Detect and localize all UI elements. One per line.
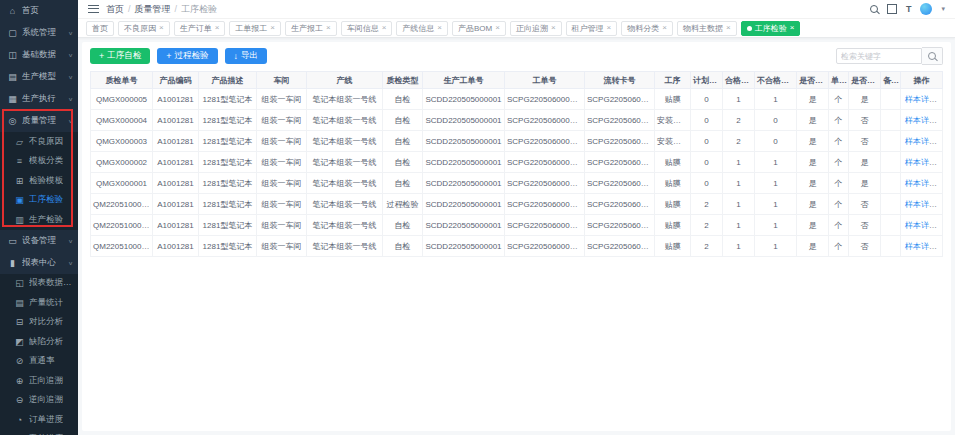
- close-icon[interactable]: ×: [790, 24, 795, 32]
- sidebar-item-template-category[interactable]: ≡模板分类: [0, 152, 78, 172]
- close-icon[interactable]: ×: [270, 24, 275, 32]
- tab-租户管理[interactable]: 租户管理×: [566, 21, 618, 36]
- tab-物料分类[interactable]: 物料分类×: [621, 21, 673, 36]
- cell-pass_qty: 1: [723, 152, 755, 173]
- cell-fail_qty: 1: [755, 152, 797, 173]
- sidebar-item-report-dashboard[interactable]: ◱报表数据大屏: [0, 274, 78, 294]
- sidebar-item-compare-analysis[interactable]: ⊟对比分析: [0, 313, 78, 333]
- tab-工单报工[interactable]: 工单报工×: [229, 21, 281, 36]
- close-icon[interactable]: ×: [607, 24, 612, 32]
- sidebar-item-production-inspect[interactable]: ▥生产检验: [0, 210, 78, 230]
- action-edit[interactable]: 编辑: [941, 200, 943, 209]
- action-edit[interactable]: 编辑: [941, 242, 943, 251]
- sidebar-item-backward-trace[interactable]: ⊖逆向追溯: [0, 391, 78, 411]
- tab-label: 首页: [92, 23, 108, 34]
- sidebar-item-base-data[interactable]: ◫基础数据∨: [0, 44, 78, 66]
- cell-flow_card_no: SCPG2205060000...: [585, 89, 655, 110]
- font-size-icon[interactable]: T: [906, 5, 912, 14]
- cell-flow_card_no: SCPG2205060000...: [585, 215, 655, 236]
- close-icon[interactable]: ×: [159, 24, 164, 32]
- cell-unit: 个: [829, 194, 849, 215]
- close-icon[interactable]: ×: [215, 24, 220, 32]
- column-header-pass_qty: 合格数量: [723, 72, 755, 89]
- fullscreen-icon[interactable]: [887, 4, 897, 14]
- sidebar-item-inspect-template[interactable]: ⊞检验模板: [0, 171, 78, 191]
- sidebar-item-label: 质量管理: [22, 115, 56, 127]
- tab-不良原因[interactable]: 不良原因×: [118, 21, 170, 36]
- sidebar-item-label: 模板分类: [29, 155, 63, 167]
- sidebar-item-forward-trace[interactable]: ⊕正向追溯: [0, 371, 78, 391]
- avatar[interactable]: [920, 3, 932, 15]
- action-sample-detail[interactable]: 样本详情: [905, 137, 937, 146]
- search-button[interactable]: [922, 47, 943, 65]
- tab-产品BOM[interactable]: 产品BOM×: [452, 21, 506, 36]
- action-edit[interactable]: 编辑: [941, 137, 943, 146]
- cell-type: 自检: [383, 173, 423, 194]
- close-icon[interactable]: ×: [726, 24, 731, 32]
- close-icon[interactable]: ×: [551, 24, 556, 32]
- sidebar-item-quality-mgmt[interactable]: ◎质量管理∨: [0, 110, 78, 132]
- tab-车间信息[interactable]: 车间信息×: [341, 21, 393, 36]
- action-sample-detail[interactable]: 样本详情: [905, 200, 937, 209]
- process-self-inspect-button[interactable]: + 工序自检: [90, 48, 150, 64]
- tab-生产报工[interactable]: 生产报工×: [285, 21, 337, 36]
- sidebar-item-fpy[interactable]: ⊘直通率: [0, 352, 78, 372]
- action-sample-detail[interactable]: 样本详情: [905, 221, 937, 230]
- sidebar-item-equipment-mgmt[interactable]: ▭设备管理∨: [0, 230, 78, 252]
- chevron-down-icon[interactable]: ▾: [941, 5, 945, 13]
- sidebar-item-output-stats[interactable]: ▤产量统计: [0, 293, 78, 313]
- sidebar-item-workorder-progress[interactable]: ◕工单进度: [0, 430, 78, 435]
- sidebar-item-defect-analysis[interactable]: ◩缺陷分析: [0, 332, 78, 352]
- compare-analysis-icon: ⊟: [14, 317, 25, 327]
- sidebar-item-order-progress[interactable]: ◔订单进度: [0, 410, 78, 430]
- cell-line: 笔记本组装一号线: [307, 194, 383, 215]
- tab-正向追溯[interactable]: 正向追溯×: [510, 21, 562, 36]
- cell-prod_order_no: SCDD220505000001: [423, 89, 505, 110]
- cell-prod_order_no: SCDD220505000001: [423, 236, 505, 257]
- action-sample-detail[interactable]: 样本详情: [905, 242, 937, 251]
- close-icon[interactable]: ×: [662, 24, 667, 32]
- table-header-row: 质检单号产品编码产品描述车间产线质检类型生产工单号工单号流转卡号工序计划数量合格…: [91, 72, 943, 89]
- sidebar-item-home[interactable]: ⌂首页: [0, 0, 78, 22]
- column-header-prod_order_no: 生产工单号: [423, 72, 505, 89]
- cell-actions: 样本详情编辑删除: [901, 131, 943, 152]
- breadcrumb: 首页/质量管理/工序检验: [106, 3, 217, 16]
- breadcrumb-item[interactable]: 质量管理: [135, 3, 171, 16]
- close-icon[interactable]: ×: [326, 24, 331, 32]
- action-edit[interactable]: 编辑: [941, 116, 943, 125]
- tab-产线信息[interactable]: 产线信息×: [396, 21, 448, 36]
- sidebar-item-report-center[interactable]: ▮报表中心∨: [0, 252, 78, 274]
- close-icon[interactable]: ×: [382, 24, 387, 32]
- tab-物料主数据[interactable]: 物料主数据×: [677, 21, 737, 36]
- action-edit[interactable]: 编辑: [941, 179, 943, 188]
- action-sample-detail[interactable]: 样本详情: [905, 116, 937, 125]
- search-input[interactable]: [836, 48, 922, 64]
- tab-首页[interactable]: 首页: [86, 21, 114, 36]
- action-sample-detail[interactable]: 样本详情: [905, 95, 937, 104]
- action-sample-detail[interactable]: 样本详情: [905, 158, 937, 167]
- sidebar-item-prod-model[interactable]: ▤生产模型∨: [0, 66, 78, 88]
- action-edit[interactable]: 编辑: [941, 95, 943, 104]
- action-edit[interactable]: 编辑: [941, 158, 943, 167]
- process-inspection-button[interactable]: + 过程检验: [157, 48, 217, 64]
- tab-工序检验[interactable]: 工序检验×: [741, 21, 801, 36]
- sidebar-item-system-mgmt[interactable]: ▢系统管理∨: [0, 22, 78, 44]
- column-header-inspect_no: 质检单号: [91, 72, 153, 89]
- close-icon[interactable]: ×: [437, 24, 442, 32]
- chevron-down-icon: ∨: [68, 118, 73, 124]
- cell-inspect_no: QMGX000002: [91, 152, 153, 173]
- action-sample-detail[interactable]: 样本详情: [905, 179, 937, 188]
- action-edit[interactable]: 编辑: [941, 221, 943, 230]
- export-button[interactable]: ↓ 导出: [225, 48, 268, 64]
- breadcrumb-item[interactable]: 首页: [106, 3, 124, 16]
- close-icon[interactable]: ×: [495, 24, 500, 32]
- sidebar-item-prod-exec[interactable]: ▦生产执行∨: [0, 88, 78, 110]
- chevron-down-icon: ∨: [68, 260, 73, 266]
- hamburger-icon[interactable]: [88, 5, 99, 13]
- search-icon[interactable]: [870, 5, 878, 13]
- sidebar-item-label: 检验模板: [29, 175, 63, 187]
- tab-生产订单[interactable]: 生产订单×: [174, 21, 226, 36]
- sidebar-item-label: 设备管理: [22, 235, 56, 247]
- sidebar-item-process-inspect[interactable]: ▣工序检验: [0, 191, 78, 211]
- sidebar-item-defect-cause[interactable]: ▱不良原因: [0, 132, 78, 152]
